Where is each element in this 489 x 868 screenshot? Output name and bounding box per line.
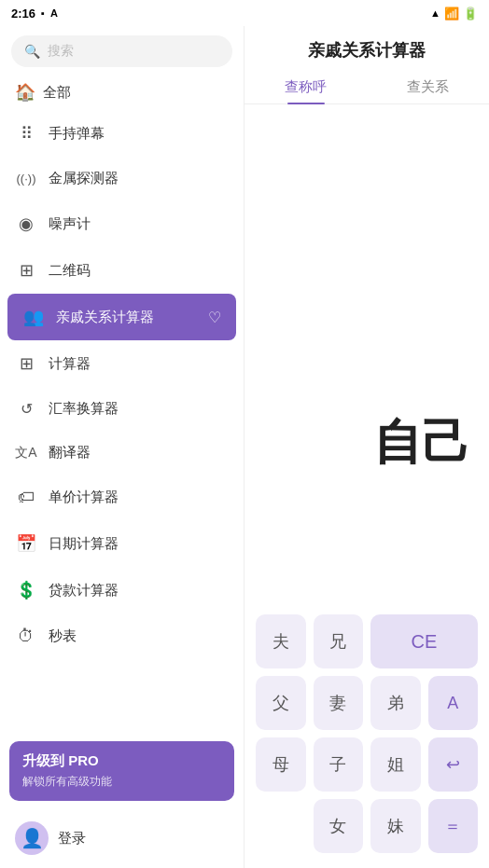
loan-icon: 💲 bbox=[15, 580, 37, 600]
key-qi-button[interactable]: 妻 bbox=[314, 676, 364, 730]
key-eq-button[interactable]: ＝ bbox=[428, 799, 479, 853]
sidebar-item-label: 汇率换算器 bbox=[49, 400, 119, 418]
result-display: 自己 bbox=[373, 410, 470, 475]
key-ce-button[interactable]: CE bbox=[370, 614, 478, 668]
sidebar-item-calculator[interactable]: ⊞ 计算器 bbox=[0, 340, 244, 387]
sidebar-item-date-calc[interactable]: 📅 日期计算器 bbox=[0, 520, 244, 567]
translator-icon: 文A bbox=[15, 445, 37, 462]
panel-title: 亲戚关系计算器 bbox=[244, 26, 489, 62]
sidebar-item-kinship-calc[interactable]: 👥 亲戚关系计算器 ♡ bbox=[7, 294, 236, 340]
sidebar-item-noise-meter[interactable]: ◉ 噪声计 bbox=[0, 200, 244, 247]
key-fu-button[interactable]: 夫 bbox=[256, 614, 306, 668]
sidebar-item-label: 日期计算器 bbox=[49, 535, 119, 553]
wifi-icon: ▲ bbox=[430, 7, 440, 19]
sidebar-item-currency[interactable]: ↺ 汇率换算器 bbox=[0, 387, 244, 431]
home-icon: 🏠 bbox=[15, 82, 35, 103]
sidebar-item-metal-detector[interactable]: ((·)) 金属探测器 bbox=[0, 157, 244, 200]
sidebar-item-label: 计算器 bbox=[49, 355, 91, 373]
calculator-icon: ⊞ bbox=[15, 353, 37, 374]
key-mei-button[interactable]: 妹 bbox=[370, 799, 421, 853]
key-a-button[interactable]: A bbox=[428, 676, 479, 730]
right-panel: 亲戚关系计算器 查称呼 查关系 自己 夫 兄 CE 父 妻 弟 A bbox=[244, 26, 489, 868]
status-icon-1: ▪ bbox=[41, 7, 45, 19]
key-nv-button[interactable]: 女 bbox=[314, 799, 364, 853]
search-icon: 🔍 bbox=[24, 44, 40, 59]
calc-content: 自己 夫 兄 CE 父 妻 弟 A 母 子 姐 ↩ 女 妹 bbox=[244, 104, 489, 868]
sidebar-item-label: 金属探测器 bbox=[49, 170, 119, 187]
status-right: ▲ 📶 🔋 bbox=[430, 7, 478, 21]
key-xiong-button[interactable]: 兄 bbox=[314, 614, 364, 668]
sidebar-item-qr-code[interactable]: ⊞ 二维码 bbox=[0, 247, 244, 294]
status-time: 2:16 bbox=[11, 7, 35, 21]
sidebar-item-label: 秒表 bbox=[49, 627, 77, 645]
sidebar-item-label: 翻译器 bbox=[49, 444, 91, 462]
key-zi-button[interactable]: 子 bbox=[314, 737, 364, 792]
key-jie-button[interactable]: 姐 bbox=[370, 737, 421, 792]
search-bar[interactable]: 🔍 搜索 bbox=[11, 35, 232, 67]
handheld-jukebox-icon: ⠿ bbox=[15, 123, 37, 144]
search-placeholder: 搜索 bbox=[48, 43, 74, 60]
key-arrow-button[interactable]: ↩ bbox=[428, 737, 479, 792]
upgrade-banner[interactable]: 升级到 PRO 解锁所有高级功能 bbox=[9, 741, 234, 801]
sidebar-item-label: 亲戚关系计算器 bbox=[56, 309, 154, 326]
sidebar-item-handheld-jukebox[interactable]: ⠿ 手持弹幕 bbox=[0, 110, 244, 157]
status-bar: 2:16 ▪ A ▲ 📶 🔋 bbox=[0, 0, 489, 26]
sidebar-item-label: 二维码 bbox=[49, 262, 91, 280]
sidebar-item-unit-price[interactable]: 🏷 单价计算器 bbox=[0, 475, 244, 520]
key-mu-button[interactable]: 母 bbox=[256, 737, 306, 792]
tab-query-relation[interactable]: 查关系 bbox=[367, 71, 489, 103]
qr-code-icon: ⊞ bbox=[15, 260, 37, 281]
metal-detector-icon: ((·)) bbox=[15, 172, 37, 186]
upgrade-subtitle: 解锁所有高级功能 bbox=[22, 774, 221, 790]
favorite-icon: ♡ bbox=[208, 309, 221, 326]
sidebar: 🔍 搜索 🏠 全部 ⠿ 手持弹幕 ((·)) 金属探测器 ◉ 噪声计 ⊞ bbox=[0, 26, 244, 868]
sidebar-item-label: 手持弹幕 bbox=[49, 125, 105, 143]
main-layout: 🔍 搜索 🏠 全部 ⠿ 手持弹幕 ((·)) 金属探测器 ◉ 噪声计 ⊞ bbox=[0, 26, 489, 868]
section-header: 🏠 全部 bbox=[0, 76, 244, 110]
avatar-icon: 👤 bbox=[21, 827, 44, 849]
date-icon: 📅 bbox=[15, 533, 37, 554]
sidebar-list: ⠿ 手持弹幕 ((·)) 金属探测器 ◉ 噪声计 ⊞ 二维码 👥 亲戚关系计算器… bbox=[0, 110, 244, 734]
sidebar-item-stopwatch[interactable]: ⏱ 秒表 bbox=[0, 613, 244, 659]
stopwatch-icon: ⏱ bbox=[15, 627, 37, 646]
kinship-icon: 👥 bbox=[22, 307, 45, 327]
currency-icon: ↺ bbox=[15, 400, 37, 418]
upgrade-title: 升级到 PRO bbox=[22, 752, 221, 770]
panel-tabs: 查称呼 查关系 bbox=[244, 62, 489, 104]
signal-icon: 📶 bbox=[444, 7, 459, 21]
keypad: 夫 兄 CE 父 妻 弟 A 母 子 姐 ↩ 女 妹 ＝ bbox=[244, 607, 489, 868]
battery-icon: 🔋 bbox=[463, 7, 478, 21]
sidebar-item-label: 噪声计 bbox=[49, 215, 91, 233]
sidebar-item-translator[interactable]: 文A 翻译器 bbox=[0, 431, 244, 475]
login-label: 登录 bbox=[58, 830, 86, 847]
sidebar-item-label: 单价计算器 bbox=[49, 489, 119, 506]
key-di-button[interactable]: 弟 bbox=[370, 676, 421, 730]
login-row[interactable]: 👤 登录 bbox=[0, 808, 244, 868]
unit-price-icon: 🏷 bbox=[15, 488, 37, 507]
section-label: 全部 bbox=[43, 84, 71, 102]
sidebar-item-label: 贷款计算器 bbox=[49, 582, 119, 599]
status-icon-2: A bbox=[50, 7, 58, 19]
noise-meter-icon: ◉ bbox=[15, 214, 37, 234]
tab-query-title[interactable]: 查称呼 bbox=[244, 71, 367, 103]
sidebar-item-loan-calc[interactable]: 💲 贷款计算器 bbox=[0, 567, 244, 613]
key-fu2-button[interactable]: 父 bbox=[256, 676, 306, 730]
status-left: 2:16 ▪ A bbox=[11, 7, 58, 21]
avatar: 👤 bbox=[15, 821, 49, 855]
